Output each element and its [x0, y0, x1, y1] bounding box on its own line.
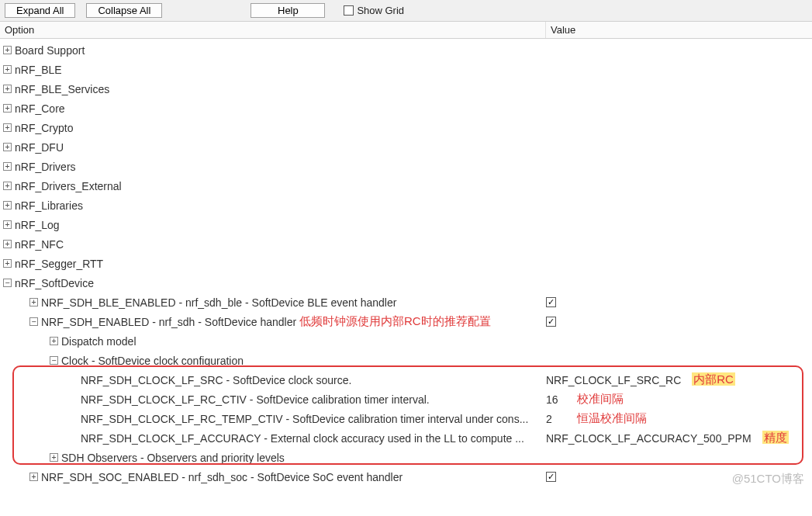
tree-label: NRF_SDH_CLOCK_LF_RC_TEMP_CTIV - SoftDevi…	[81, 413, 528, 425]
expand-icon[interactable]	[3, 65, 12, 74]
tree-item-clk-src[interactable]: NRF_SDH_CLOCK_LF_SRC - SoftDevice clock …	[0, 370, 812, 390]
tree-label: nRF_Libraries	[15, 199, 83, 212]
tree-item-nrf-core[interactable]: nRF_Core	[0, 99, 812, 118]
annotation-header: 低频时钟源使用内部RC时的推荐配置	[299, 314, 491, 329]
header-value[interactable]: Value	[546, 22, 812, 38]
tree-label: nRF_Crypto	[15, 122, 73, 134]
value-text[interactable]: NRF_CLOCK_LF_ACCURACY_500_PPM	[546, 432, 752, 445]
tree-label: nRF_Log	[15, 219, 60, 231]
expand-icon[interactable]	[50, 453, 58, 462]
annotation-inner-rc: 内部RC	[692, 372, 735, 387]
collapse-icon[interactable]	[29, 317, 38, 326]
expand-icon[interactable]	[29, 473, 38, 481]
tree-item-nrf-crypto[interactable]: nRF_Crypto	[0, 118, 812, 137]
annotation-accuracy: 精度	[762, 431, 789, 445]
tree-label: nRF_SoftDevice	[15, 277, 94, 289]
tree-label: NRF_SDH_CLOCK_LF_RC_CTIV - SoftDevice ca…	[81, 393, 430, 406]
tree-label: Clock - SoftDevice clock configuration	[61, 355, 244, 367]
annotation-temp-calib-interval: 恒温校准间隔	[577, 411, 647, 426]
tree-label: nRF_NFC	[15, 238, 64, 251]
expand-icon[interactable]	[3, 259, 12, 268]
show-grid-checkbox-row[interactable]: Show Grid	[344, 5, 404, 16]
tree-item-clk-rc-temp-ctiv[interactable]: NRF_SDH_CLOCK_LF_RC_TEMP_CTIV - SoftDevi…	[0, 409, 812, 428]
value-checkbox[interactable]	[546, 317, 556, 327]
tree-label: nRF_BLE_Services	[15, 83, 109, 95]
tree-item-nrf-ble[interactable]: nRF_BLE	[0, 60, 812, 79]
tree-item-nrf-log[interactable]: nRF_Log	[0, 215, 812, 234]
expand-icon[interactable]	[3, 104, 12, 113]
tree-label: SDH Observers - Observers and priority l…	[61, 452, 285, 464]
collapse-icon[interactable]	[3, 279, 12, 287]
value-checkbox[interactable]	[546, 297, 556, 307]
tree-label: NRF_SDH_SOC_ENABLED - nrf_sdh_soc - Soft…	[41, 471, 403, 483]
expand-icon[interactable]	[50, 337, 58, 345]
tree-label: nRF_DFU	[15, 141, 64, 154]
config-tree: Board Support nRF_BLE nRF_BLE_Services n…	[0, 39, 812, 491]
expand-icon[interactable]	[3, 182, 12, 190]
expand-icon[interactable]	[3, 143, 12, 151]
tree-item-nrf-drivers[interactable]: nRF_Drivers	[0, 157, 812, 176]
tree-label: nRF_Drivers	[15, 161, 76, 173]
tree-label: NRF_SDH_CLOCK_LF_ACCURACY - External clo…	[81, 432, 524, 445]
tree-item-nrf-dfu[interactable]: nRF_DFU	[0, 137, 812, 157]
show-grid-checkbox[interactable]	[344, 5, 354, 16]
tree-item-board-support[interactable]: Board Support	[0, 40, 812, 60]
tree-item-sdh-soc-enabled[interactable]: NRF_SDH_SOC_ENABLED - nrf_sdh_soc - Soft…	[0, 467, 812, 487]
show-grid-label: Show Grid	[357, 5, 404, 16]
watermark: @51CTO博客	[732, 472, 804, 487]
tree-item-sdh-ble-enabled[interactable]: NRF_SDH_BLE_ENABLED - nrf_sdh_ble - Soft…	[0, 293, 812, 312]
tree-item-sdh-observers[interactable]: SDH Observers - Observers and priority l…	[0, 448, 812, 467]
toolbar: Expand All Collapse All Help Show Grid	[0, 0, 812, 22]
tree-label: NRF_SDH_CLOCK_LF_SRC - SoftDevice clock …	[81, 374, 351, 386]
tree-label: nRF_Segger_RTT	[15, 258, 103, 270]
tree-label: nRF_Core	[15, 102, 65, 115]
expand-icon[interactable]	[3, 240, 12, 248]
expand-icon[interactable]	[3, 220, 12, 229]
tree-label: nRF_BLE	[15, 64, 62, 76]
expand-icon[interactable]	[29, 298, 38, 306]
expand-icon[interactable]	[3, 201, 12, 210]
tree-item-nrf-ble-services[interactable]: nRF_BLE_Services	[0, 79, 812, 99]
tree-item-nrf-softdevice[interactable]: nRF_SoftDevice	[0, 273, 812, 293]
collapse-all-button[interactable]: Collapse All	[86, 3, 162, 18]
tree-item-clk-rc-ctiv[interactable]: NRF_SDH_CLOCK_LF_RC_CTIV - SoftDevice ca…	[0, 390, 812, 409]
tree-item-clock-config[interactable]: Clock - SoftDevice clock configuration	[0, 351, 812, 370]
expand-icon[interactable]	[3, 85, 12, 93]
value-text[interactable]: 16	[546, 393, 558, 406]
column-headers: Option Value	[0, 22, 812, 39]
tree-item-nrf-nfc[interactable]: nRF_NFC	[0, 234, 812, 254]
expand-all-button[interactable]: Expand All	[5, 3, 75, 18]
expand-icon[interactable]	[3, 46, 12, 54]
tree-label: NRF_SDH_BLE_ENABLED - nrf_sdh_ble - Soft…	[41, 296, 396, 309]
tree-item-nrf-drivers-external[interactable]: nRF_Drivers_External	[0, 176, 812, 196]
tree-item-clk-accuracy[interactable]: NRF_SDH_CLOCK_LF_ACCURACY - External clo…	[0, 428, 812, 448]
tree-item-nrf-segger-rtt[interactable]: nRF_Segger_RTT	[0, 254, 812, 273]
header-option[interactable]: Option	[0, 22, 546, 38]
tree-item-dispatch-model[interactable]: Dispatch model	[0, 331, 812, 351]
tree-label: nRF_Drivers_External	[15, 180, 122, 192]
tree-item-nrf-libraries[interactable]: nRF_Libraries	[0, 196, 812, 215]
tree-label: NRF_SDH_ENABLED - nrf_sdh - SoftDevice h…	[41, 316, 296, 328]
value-text[interactable]: NRF_CLOCK_LF_SRC_RC	[546, 374, 681, 386]
value-checkbox[interactable]	[546, 472, 556, 482]
help-button[interactable]: Help	[251, 3, 325, 18]
annotation-calib-interval: 校准间隔	[577, 392, 624, 407]
expand-icon[interactable]	[3, 162, 12, 171]
collapse-icon[interactable]	[50, 356, 58, 365]
expand-icon[interactable]	[3, 123, 12, 132]
value-text[interactable]: 2	[546, 413, 552, 425]
tree-label: Board Support	[15, 44, 85, 57]
tree-label: Dispatch model	[61, 335, 136, 348]
